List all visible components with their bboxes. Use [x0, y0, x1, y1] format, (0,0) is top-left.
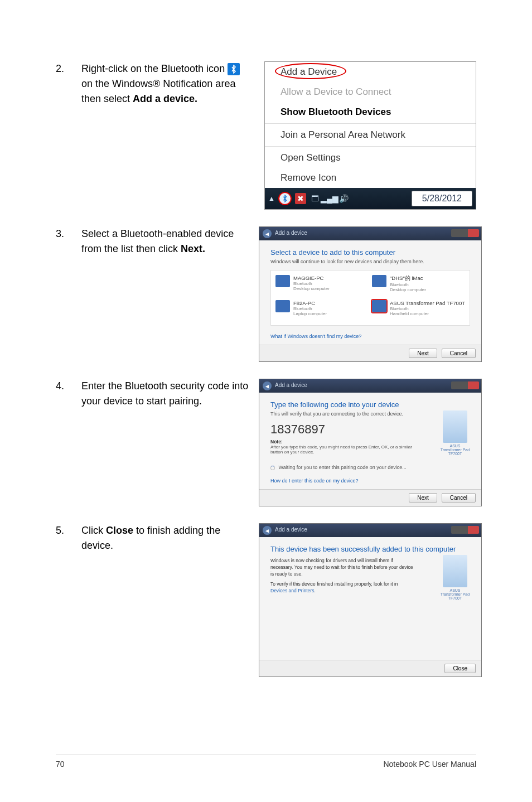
dialog-heading: This device has been successfully added …	[270, 545, 470, 553]
device-image	[443, 555, 467, 587]
step-text: Right-click on the Bluetooth icon on the…	[81, 61, 249, 210]
device-caption: ASUS Transformer Pad TF700T	[439, 588, 471, 600]
device-caption: ASUS Transformer Pad TF700T	[439, 444, 471, 456]
antivirus-tray-icon[interactable]: ✖	[295, 193, 306, 204]
step-text: Select a Bluetooth-enabled device from t…	[81, 226, 249, 362]
bluetooth-icon	[228, 63, 240, 75]
bluetooth-context-menu: Add a Device Allow a Device to Connect S…	[264, 61, 476, 210]
breadcrumb: Add a device	[275, 230, 307, 236]
menu-item-open-settings[interactable]: Open Settings	[265, 148, 476, 168]
text-fragment: Select a Bluetooth-enabled device from t…	[81, 228, 234, 254]
page-number: 70	[56, 760, 65, 769]
device-item[interactable]: F82A-PC Bluetooth Laptop computer	[275, 300, 369, 321]
text-bold: Add a device.	[133, 93, 197, 104]
pair-dialog-screenshot: ◄ Add a device Type the following code i…	[259, 379, 482, 506]
menu-item-join-pan[interactable]: Join a Personal Area Network	[265, 125, 476, 145]
step-4: 4. Enter the Bluetooth security code int…	[56, 379, 476, 506]
step-text: Enter the Bluetooth security code into y…	[81, 379, 249, 506]
device-item[interactable]: "DHS"的 iMac Bluetooth Desktop computer	[372, 275, 465, 297]
menu-item-add-device[interactable]: Add a Device	[265, 62, 476, 82]
dialog-footer: Next Cancel	[259, 489, 481, 506]
help-link[interactable]: How do I enter this code on my device?	[270, 478, 470, 484]
computer-icon	[372, 275, 386, 287]
taskbar-clock[interactable]: 5/28/2012	[412, 191, 472, 206]
text-fragment: Click	[81, 525, 106, 536]
bluetooth-tray-icon[interactable]	[278, 192, 292, 205]
device-preview: ASUS Transformer Pad TF700T	[439, 410, 471, 456]
devices-printers-link[interactable]: Devices and Printers	[270, 588, 314, 593]
device-kind: Handheld computer	[390, 311, 465, 316]
device-kind: Desktop computer	[293, 286, 330, 291]
success-line2: To verify if this device finished instal…	[270, 581, 415, 595]
dialog-subheading: Windows will continue to look for new de…	[270, 259, 470, 264]
device-name: ASUS Transformer Pad TF700T	[390, 300, 465, 306]
menu-item-show-devices[interactable]: Show Bluetooth Devices	[265, 102, 476, 122]
step-number: 4.	[56, 379, 71, 506]
device-preview: ASUS Transformer Pad TF700T	[439, 555, 471, 600]
device-image	[443, 410, 467, 443]
dialog-footer: Close	[259, 660, 481, 677]
breadcrumb: Add a device	[275, 526, 307, 533]
device-item[interactable]: ASUS Transformer Pad TF700T Bluetooth Ha…	[372, 300, 465, 321]
context-menu-screenshot: Add a Device Allow a Device to Connect S…	[259, 61, 476, 210]
cancel-button[interactable]: Cancel	[442, 493, 476, 503]
device-type: Bluetooth	[293, 281, 330, 286]
menu-item-allow-connect: Allow a Device to Connect	[265, 82, 476, 102]
add-device-dialog-screenshot: ◄ Add a device Select a device to add to…	[259, 226, 482, 362]
text-bold: Close	[106, 525, 133, 536]
device-type: Bluetooth	[293, 306, 327, 311]
device-name: F82A-PC	[293, 300, 327, 306]
step-number: 3.	[56, 226, 71, 362]
dialog-heading: Select a device to add to this computer	[270, 248, 470, 257]
note-text: After you type this code, you might need…	[270, 445, 415, 455]
computer-icon	[275, 300, 290, 312]
volume-tray-icon[interactable]: 🔊	[338, 193, 350, 204]
network-tray-icon[interactable]: ▂▄▆	[324, 193, 335, 204]
done-dialog-screenshot: ◄ Add a device This device has been succ…	[259, 523, 482, 677]
close-button[interactable]: Close	[444, 664, 476, 673]
device-list: MAGGIE-PC Bluetooth Desktop computer "DH…	[270, 270, 470, 326]
page-footer: 70 Notebook PC User Manual	[56, 755, 476, 769]
step-3: 3. Select a Bluetooth-enabled device fro…	[56, 226, 476, 362]
back-icon[interactable]: ◄	[263, 526, 272, 535]
dialog-titlebar: ◄ Add a device	[259, 524, 481, 537]
done-dialog: ◄ Add a device This device has been succ…	[259, 523, 482, 677]
breadcrumb: Add a device	[275, 382, 307, 388]
computer-icon	[275, 275, 290, 287]
cancel-button[interactable]: Cancel	[442, 349, 476, 358]
device-item[interactable]: MAGGIE-PC Bluetooth Desktop computer	[275, 275, 369, 297]
device-name: "DHS"的 iMac	[390, 275, 426, 282]
menu-item-remove-icon[interactable]: Remove Icon	[265, 168, 476, 188]
device-kind: Desktop computer	[390, 287, 426, 292]
spinner-icon	[270, 466, 275, 470]
text-bold: Next.	[181, 243, 205, 254]
waiting-label: Waiting for you to enter this pairing co…	[279, 465, 407, 470]
step-number: 5.	[56, 523, 71, 677]
dialog-titlebar: ◄ Add a device	[259, 227, 481, 240]
next-button[interactable]: Next	[409, 493, 437, 503]
menu-separator	[265, 123, 476, 124]
help-link[interactable]: What if Windows doesn't find my device?	[270, 334, 470, 339]
waiting-status: Waiting for you to enter this pairing co…	[270, 465, 470, 470]
dialog-titlebar: ◄ Add a device	[259, 379, 481, 393]
step-2: 2. Right-click on the Bluetooth icon on …	[56, 61, 476, 210]
taskbar: ▲ ✖ 🗔 ▂▄▆ 🔊 5/28/2012	[265, 188, 476, 209]
next-button[interactable]: Next	[409, 349, 437, 358]
dialog-footer: Next Cancel	[259, 345, 481, 361]
tray-expand-icon[interactable]: ▲	[268, 195, 275, 202]
dialog-heading: Type the following code into your device	[270, 400, 470, 409]
add-device-dialog: ◄ Add a device Select a device to add to…	[259, 226, 482, 362]
menu-item-label: Add a Device	[280, 66, 337, 77]
success-line1: Windows is now checking for drivers and …	[270, 558, 415, 578]
text-fragment: Right-click on the Bluetooth icon	[81, 63, 228, 74]
battery-tray-icon[interactable]: 🗔	[309, 193, 321, 204]
text-fragment: To verify if this device finished instal…	[270, 581, 398, 587]
back-icon[interactable]: ◄	[263, 229, 272, 238]
device-type: Bluetooth	[390, 282, 426, 287]
footer-title: Notebook PC User Manual	[383, 760, 476, 769]
menu-separator	[265, 146, 476, 147]
device-name: MAGGIE-PC	[293, 275, 330, 281]
step-5: 5. Click Close to finish adding the devi…	[56, 523, 476, 677]
device-type: Bluetooth	[390, 306, 465, 311]
back-icon[interactable]: ◄	[263, 381, 272, 390]
